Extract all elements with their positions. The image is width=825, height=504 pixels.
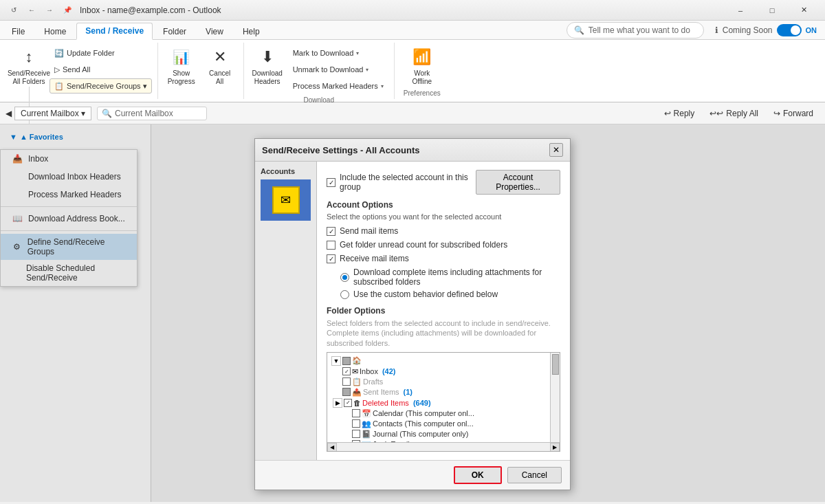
download-icon: ⬇	[256, 46, 278, 68]
download-headers-label: DownloadHeaders	[252, 69, 282, 86]
cancel-all-button[interactable]: ✕ CancelAll	[202, 45, 238, 87]
tree-item-contacts[interactable]: 👥 Contacts (This computer onl...	[330, 419, 550, 429]
tab-home[interactable]: Home	[35, 23, 75, 39]
toggle-knob	[791, 25, 800, 35]
account-properties-button[interactable]: Account Properties...	[476, 170, 560, 195]
folder-tree-scrollbar[interactable]	[550, 353, 560, 442]
dialog-close-button[interactable]: ✕	[549, 143, 563, 157]
dialog-footer: OK Cancel	[255, 460, 570, 490]
account-options-title: Account Options	[327, 200, 560, 210]
tree-item-journal[interactable]: 📓 Journal (This computer only)	[330, 429, 550, 439]
radio-custom-behavior[interactable]	[340, 290, 349, 299]
scroll-track	[337, 443, 550, 452]
ribbon-content: ↕ Send/ReceiveAll Folders 🔄 Update Folde…	[0, 40, 825, 102]
update-folder-button[interactable]: 🔄 Update Folder	[50, 45, 152, 61]
forward-button[interactable]: ↪ Forward	[767, 107, 820, 120]
accounts-label: Accounts	[261, 167, 311, 175]
deleted-label: Deleted Items	[362, 399, 409, 407]
maximize-button[interactable]: □	[756, 0, 788, 21]
unmark-download-button[interactable]: Unmark to Download ▾	[288, 62, 388, 77]
tab-send-receive[interactable]: Send / Receive	[76, 23, 153, 40]
tree-item-root[interactable]: ▼ 🏠	[330, 355, 550, 366]
tab-view[interactable]: View	[197, 23, 232, 39]
mark-download-button[interactable]: Mark to Download ▾	[288, 45, 388, 61]
current-mailbox-dropdown[interactable]: Current Mailbox ▾	[14, 107, 91, 120]
coming-soon-text: Coming Soon	[723, 25, 773, 35]
ok-button[interactable]: OK	[454, 466, 502, 484]
calendar-icon: 📅	[362, 409, 371, 418]
contacts-label: Contacts (This computer onl...	[373, 419, 474, 428]
deleted-checkbox[interactable]	[344, 399, 352, 407]
search-bar[interactable]: 🔍 Current Mailbox	[97, 107, 207, 120]
sent-checkbox[interactable]	[342, 388, 351, 396]
process-headers-arrow: ▾	[381, 83, 384, 89]
deleted-expander[interactable]: ▶	[333, 398, 342, 408]
cancel-button[interactable]: Cancel	[507, 467, 562, 483]
quick-btn-2[interactable]: ←	[23, 2, 40, 19]
search-placeholder: Current Mailbox	[115, 109, 173, 118]
tree-item-drafts[interactable]: 📋 Drafts	[330, 377, 550, 387]
update-folder-icon: 🔄	[54, 49, 64, 58]
inbox-checkbox[interactable]	[342, 367, 351, 375]
root-expander[interactable]: ▼	[331, 356, 341, 366]
drafts-checkbox[interactable]	[342, 377, 351, 386]
radio-download-complete-row: Download complete items including attach…	[340, 267, 560, 287]
get-folder-checkbox[interactable]	[327, 241, 336, 250]
junk-checkbox[interactable]	[352, 440, 360, 442]
account-list-item[interactable]: ✉	[261, 179, 311, 221]
process-headers-button[interactable]: Process Marked Headers ▾	[288, 78, 388, 94]
tree-item-deleted[interactable]: ▶ 🗑 Deleted Items (649)	[330, 397, 550, 408]
contacts-checkbox[interactable]	[352, 419, 360, 428]
radio-download-complete[interactable]	[340, 273, 349, 282]
scroll-left-btn[interactable]: ◀	[327, 443, 337, 452]
radio2-label: Use the custom behavior defined below	[353, 289, 498, 299]
quick-btn-3[interactable]: →	[41, 2, 58, 19]
toggle-switch[interactable]	[777, 24, 802, 36]
show-progress-button[interactable]: 📊 ShowProgress	[164, 45, 199, 87]
journal-checkbox[interactable]	[352, 430, 360, 438]
tab-folder[interactable]: Folder	[154, 23, 195, 39]
tree-item-calendar[interactable]: 📅 Calendar (This computer onl...	[330, 408, 550, 419]
send-receive-all-button[interactable]: ↕ Send/ReceiveAll Folders	[11, 45, 47, 87]
show-progress-label: ShowProgress	[168, 69, 195, 86]
tell-me-bar[interactable]: 🔍 Tell me what you want to do	[566, 22, 704, 39]
include-account-checkbox[interactable]	[327, 178, 336, 187]
calendar-checkbox[interactable]	[352, 409, 360, 417]
offline-icon: 📶	[411, 46, 433, 68]
reply-button[interactable]: ↩ Reply	[658, 107, 701, 120]
reply-all-button[interactable]: ↩↩ Reply All	[703, 107, 764, 120]
junk-label: Junk Email	[373, 440, 410, 442]
folder-tree[interactable]: ▼ 🏠 ✉ Inbox (42)	[327, 352, 560, 452]
minimize-button[interactable]: –	[725, 0, 756, 21]
work-offline-button[interactable]: 📶 WorkOffline	[404, 45, 440, 87]
folder-tree-inner[interactable]: ▼ 🏠 ✉ Inbox (42)	[327, 353, 560, 442]
reply-buttons: ↩ Reply ↩↩ Reply All ↪ Forward	[658, 107, 820, 120]
send-all-icon: ▷	[54, 65, 60, 74]
radio1-label: Download complete items including attach…	[353, 267, 560, 287]
send-all-button[interactable]: ▷ Send All	[50, 62, 152, 77]
tab-file[interactable]: File	[3, 23, 34, 39]
deleted-count: (649)	[413, 399, 431, 407]
process-headers-label: Process Marked Headers	[293, 82, 378, 90]
inbox-folder-label: Inbox	[360, 367, 378, 375]
contacts-icon: 👥	[362, 419, 371, 428]
quick-btn-1[interactable]: ↺	[6, 2, 22, 19]
send-mail-checkbox[interactable]	[327, 227, 336, 236]
include-account-label: Include the selected account in this gro…	[340, 173, 472, 192]
dialog-titlebar: Send/Receive Settings - All Accounts ✕	[255, 139, 570, 162]
inbox-count: (42)	[382, 367, 396, 375]
tree-item-sent[interactable]: 📤 Sent Items (1)	[330, 387, 550, 397]
tab-help[interactable]: Help	[234, 23, 269, 39]
tree-item-junk[interactable]: 📧 Junk Email	[330, 439, 550, 442]
receive-mail-checkbox[interactable]	[327, 254, 336, 263]
send-receive-groups-button[interactable]: 📋 Send/Receive Groups ▾	[50, 78, 152, 94]
root-checkbox[interactable]	[342, 357, 351, 365]
scrollbar-thumb[interactable]	[552, 354, 559, 375]
quick-pin-btn[interactable]: 📌	[59, 2, 76, 19]
scroll-right-btn[interactable]: ▶	[550, 443, 560, 452]
close-button[interactable]: ✕	[788, 0, 820, 21]
tree-item-inbox[interactable]: ✉ Inbox (42)	[330, 366, 550, 377]
download-headers-button[interactable]: ⬇ DownloadHeaders	[250, 45, 285, 87]
info-icon: ℹ	[715, 25, 718, 35]
dialog-accounts-panel: Accounts ✉	[255, 162, 317, 460]
